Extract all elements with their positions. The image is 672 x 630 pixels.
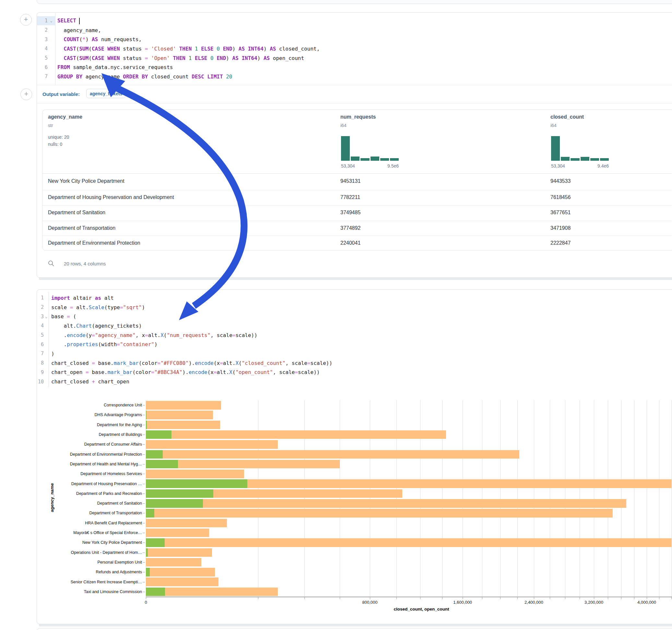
open-count-bar[interactable] (146, 587, 165, 596)
code-line[interactable]: 1⌄SELECT (37, 16, 320, 26)
code-line[interactable]: 8chart_closed = base.mark_bar(color="#FF… (37, 358, 332, 368)
python-code-editor[interactable]: 1import altair as alt2scale = alt.Scale(… (37, 293, 332, 386)
x-axis-tick-label: 4,000,000 (627, 600, 666, 605)
table-cell[interactable]: 9443533 (550, 178, 571, 184)
open-count-bar[interactable] (146, 509, 154, 517)
code-line[interactable]: 5 CAST(SUM(CASE WHEN status = 'Open' THE… (37, 53, 320, 63)
closed-count-bar[interactable] (146, 519, 227, 528)
closed-count-bar[interactable] (146, 401, 221, 410)
chart-gridline (634, 400, 634, 597)
y-axis-tick (143, 444, 145, 445)
table-cell[interactable]: 3774892 (340, 225, 360, 231)
closed-count-bar[interactable] (146, 499, 626, 508)
closed-count-bar[interactable] (146, 469, 244, 478)
table-cell[interactable]: 3471908 (550, 225, 571, 231)
open-count-bar[interactable] (146, 411, 146, 419)
closed-count-bar[interactable] (146, 538, 672, 547)
code-line[interactable]: 7) (37, 349, 332, 358)
closed-count-bar[interactable] (146, 587, 278, 596)
chart-gridline (518, 400, 518, 597)
add-cell-button-top[interactable]: + (20, 14, 32, 26)
x-axis-tick (634, 597, 634, 599)
table-cell[interactable]: Department of Environmental Protection (48, 240, 140, 246)
table-cell[interactable]: New York City Police Department (48, 178, 124, 184)
code-line[interactable]: 4 alt.Chart(agency_tickets) (37, 321, 332, 331)
plus-icon: + (24, 15, 28, 23)
code-line[interactable]: 4 CAST(SUM(CASE WHEN status = 'Closed' T… (37, 44, 320, 53)
code-line[interactable]: 3⌄base = ( (37, 312, 332, 321)
code-line[interactable]: 2scale = alt.Scale(type="sqrt") (37, 303, 332, 312)
table-cell[interactable]: 3677651 (550, 210, 571, 216)
table-cell[interactable]: 3749485 (340, 210, 360, 216)
chart-x-axis-title: closed_count, open_count (149, 607, 672, 611)
code-line[interactable]: 2 agency_name, (37, 26, 320, 35)
closed-count-bar[interactable] (146, 568, 215, 577)
closed-count-bar[interactable] (146, 558, 201, 567)
y-axis-tick (143, 592, 145, 592)
open-count-bar[interactable] (146, 450, 163, 459)
table-cell[interactable]: 7618456 (550, 194, 571, 200)
open-count-bar[interactable] (146, 430, 171, 439)
closed-count-bar[interactable] (146, 529, 209, 537)
open-count-bar[interactable] (146, 421, 147, 429)
code-line[interactable]: 5 .encode(y="agency_name", x=alt.X("num_… (37, 331, 332, 340)
closed-count-bar[interactable] (146, 440, 278, 449)
table-cell[interactable]: Department of Sanitation (48, 210, 105, 216)
code-line[interactable]: 10chart_closed + chart_open (37, 377, 332, 386)
closed-count-bar[interactable] (146, 509, 613, 517)
table-cell[interactable]: 2240041 (340, 240, 360, 246)
open-count-bar[interactable] (146, 499, 203, 508)
table-cell[interactable]: Department of Transportation (48, 225, 115, 231)
chart-gridline (397, 400, 397, 597)
table-cell[interactable]: 9453131 (340, 178, 360, 184)
chart-gridline (420, 400, 421, 597)
code-line[interactable]: 7GROUP BY agency_name ORDER BY closed_co… (37, 72, 320, 81)
fold-chevron-icon[interactable]: ⌄ (48, 19, 55, 23)
chart-gridline (370, 400, 370, 597)
closed-count-bar[interactable] (146, 450, 519, 459)
sql-code-editor[interactable]: 1⌄SELECT 2 agency_name,3 COUNT(*) AS num… (37, 16, 320, 81)
open-count-bar[interactable] (146, 548, 148, 557)
code-line[interactable]: 1import altair as alt (37, 293, 332, 303)
code-text: chart_closed = base.mark_bar(color="#FFC… (49, 360, 332, 366)
y-axis-tick (143, 493, 145, 494)
add-cell-button-output[interactable]: + (20, 89, 32, 100)
x-axis-tick (370, 597, 370, 599)
code-line[interactable]: 3 COUNT(*) AS num_requests, (37, 35, 320, 44)
y-axis-category-label: DHS Advantage Programs (45, 410, 142, 420)
table-cell[interactable]: 7782211 (340, 194, 360, 200)
table-cell[interactable]: Department of Housing Preservation and D… (48, 194, 174, 200)
open-count-bar[interactable] (146, 538, 165, 547)
y-axis-category-label: Refunds and Adjustments (45, 567, 142, 577)
open-count-bar[interactable] (146, 489, 213, 498)
open-count-bar[interactable] (146, 460, 178, 468)
y-axis-category-label: Department of Transportation (45, 508, 142, 518)
x-axis-tick (304, 597, 305, 599)
y-axis-tick (143, 533, 145, 533)
column-stat: nulls: 0 (48, 142, 62, 147)
x-axis-tick (482, 597, 482, 599)
range-min: 53,304 (341, 163, 355, 169)
code-line[interactable]: 6FROM sample_data.nyc.service_requests (37, 63, 320, 72)
chart-gridline (671, 400, 672, 597)
code-text: .encode(y="agency_name", x=alt.X("num_re… (49, 332, 257, 338)
code-line[interactable]: 9chart_open = base.mark_bar(color="#8BC3… (37, 368, 332, 377)
search-icon[interactable] (48, 260, 54, 267)
y-axis-tick (143, 542, 145, 543)
closed-count-bar[interactable] (146, 411, 213, 419)
closed-count-bar[interactable] (146, 430, 446, 439)
x-axis-tick (550, 597, 550, 599)
closed-count-bar[interactable] (146, 548, 212, 557)
table-cell[interactable]: 2222847 (550, 240, 571, 246)
line-number: 8 (37, 360, 44, 366)
fold-chevron-icon[interactable]: ⌄ (44, 314, 49, 319)
histogram-bar (581, 157, 589, 161)
code-line[interactable]: 6 .properties(width="container") (37, 340, 332, 349)
open-count-bar[interactable] (146, 568, 150, 577)
x-axis-tick (258, 597, 258, 599)
open-count-bar[interactable] (146, 479, 247, 488)
closed-count-bar[interactable] (146, 421, 220, 429)
output-variable-pill[interactable]: agency_tickets (86, 89, 125, 98)
closed-count-bar[interactable] (146, 578, 218, 586)
histogram-bar (561, 157, 570, 161)
